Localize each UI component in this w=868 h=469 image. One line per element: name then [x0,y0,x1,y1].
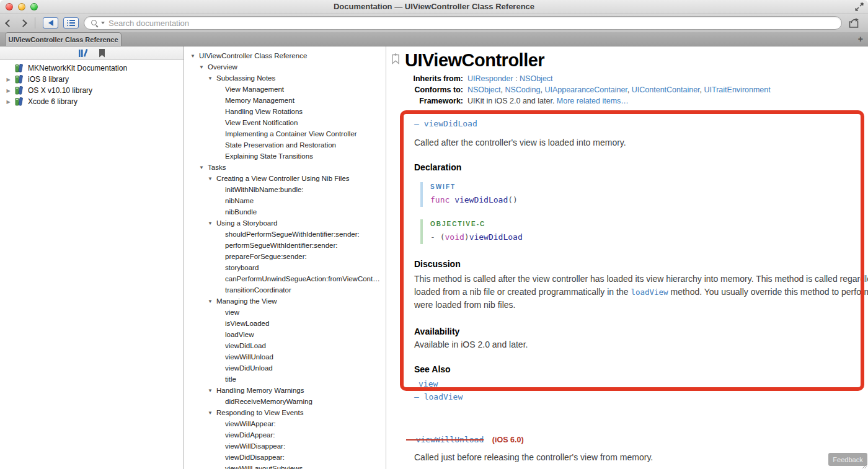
toolbar-separator [35,17,35,28]
toc-item[interactable]: ▼isViewLoaded [184,318,386,329]
toc-item-label: isViewLoaded [225,320,269,327]
inherits-from-value[interactable]: UIResponder : NSObject [463,73,553,84]
toc-item[interactable]: ▼State Preservation and Restoration [184,139,386,151]
toc-item[interactable]: ▼viewDidAppear: [184,429,386,441]
title-bar: Documentation — UIViewController Class R… [0,0,868,14]
disclosure-triangle-icon[interactable]: ▼ [199,64,208,70]
toc-item[interactable]: ▼Handling View Rotations [184,106,386,117]
toc-item-label: viewDidAppear: [225,431,275,439]
toc-item[interactable]: ▼Explaining State Transitions [184,151,386,162]
swift-label: SWIFT [430,183,868,190]
toc-item[interactable]: ▼UIViewController Class Reference [184,50,386,61]
toc-item[interactable]: ▼loadView [184,329,386,340]
main-area: ▶ MKNetworkKit Documentation▶ iOS 8 libr… [0,46,868,469]
search-input[interactable] [108,19,835,28]
toc-item[interactable]: ▼shouldPerformSegueWithIdentifier:sender… [184,229,386,240]
toc-item-label: Explaining State Transitions [225,152,313,160]
method-link-viewwillunload[interactable]: – viewWillUnload [406,435,484,444]
disclosure-triangle-icon[interactable]: ▼ [208,221,216,226]
toc-item-label: canPerformUnwindSegueAction:fromViewCont… [225,275,380,283]
toc-item[interactable]: ▼performSegueWithIdentifier:sender: [184,240,386,251]
fullscreen-icon[interactable] [854,2,864,12]
toc-item[interactable]: ▼viewWillAppear: [184,418,386,429]
tab-bar: UIViewController Class Reference + [0,32,868,46]
list-icon [67,20,75,26]
toc-item[interactable]: ▼title [184,374,386,385]
resize-grip-icon[interactable] [861,462,867,469]
toc-item-label: viewDidUnload [225,364,273,372]
toc-item[interactable]: ▼viewDidDisappear: [184,452,386,463]
toc-item[interactable]: ▼viewWillLayoutSubviews [184,463,386,469]
toc-item[interactable]: ▼Managing the View [184,296,386,307]
toc-item-label: Memory Management [225,97,294,104]
toc-item[interactable]: ▼Memory Management [184,95,386,106]
toc-item[interactable]: ▼nibBundle [184,206,386,217]
toc-item[interactable]: ▼canPerformUnwindSegueAction:fromViewCon… [184,273,386,284]
deprecation-badge: (iOS 6.0) [492,436,524,444]
toc-item[interactable]: ▼viewDidUnload [184,362,386,374]
share-button[interactable] [847,17,862,29]
disclosure-triangle-icon[interactable]: ▶ [5,88,12,94]
toc-item-label: performSegueWithIdentifier:sender: [225,242,338,249]
toc-item-label: Handling Memory Warnings [216,387,304,394]
toc-item[interactable]: ▼Tasks [184,162,386,173]
navigator-toggle-button[interactable] [43,17,58,28]
disclosure-triangle-icon[interactable]: ▼ [208,299,216,304]
sidebar-library-item[interactable]: ▶ OS X v10.10 library [0,85,184,96]
toc-tree: ▼UIViewController Class Reference▼Overvi… [184,50,386,469]
toc-item-label: Handling View Rotations [225,108,303,115]
discussion-heading: Discussion [414,259,868,269]
table-of-contents-button[interactable] [63,17,79,28]
toc-item-label: Using a Storyboard [216,219,277,227]
conforms-to-value[interactable]: NSObject, NSCoding, UIAppearanceContaine… [463,84,771,95]
toc-item[interactable]: ▼viewWillUnload [184,351,386,362]
search-field[interactable] [84,16,842,30]
toc-item[interactable]: ▼Using a Storyboard [184,217,386,229]
disclosure-triangle-icon[interactable]: ▼ [208,76,216,81]
framework-value[interactable]: UIKit in iOS 2.0 and later. More related… [463,95,629,107]
back-button[interactable] [5,19,13,27]
add-bookmark-icon[interactable] [391,53,400,64]
toc-item[interactable]: ▼Subclassing Notes [184,72,386,84]
sidebar-library-item[interactable]: ▶ Xcode 6 library [0,96,184,107]
disclosure-triangle-icon[interactable]: ▼ [208,176,216,182]
toc-item-label: initWithNibName:bundle: [225,186,304,193]
toc-item[interactable]: ▼Overview [184,61,386,72]
disclosure-triangle-icon[interactable]: ▼ [199,165,208,170]
bookmark-icon[interactable] [99,49,105,58]
method-section-viewwillunload: – viewWillUnload (iOS 6.0) Called just b… [406,435,868,462]
disclosure-triangle-icon[interactable]: ▼ [208,410,216,416]
toc-item[interactable]: ▼viewWillDisappear: [184,441,386,452]
toc-item[interactable]: ▼transitionCoordinator [184,284,386,296]
toc-item[interactable]: ▼View Event Notification [184,117,386,128]
toc-item[interactable]: ▼storyboard [184,262,386,273]
see-also-link-loadview[interactable]: – loadView [414,392,868,401]
disclosure-triangle-icon[interactable]: ▶ [5,99,12,105]
toc-item[interactable]: ▼prepareForSegue:sender: [184,251,386,262]
disclosure-triangle-icon[interactable]: ▶ [5,77,12,82]
library-icon[interactable] [78,49,89,58]
method-link-viewdidload[interactable]: – viewDidLoad [414,119,868,128]
toc-item-label: shouldPerformSegueWithIdentifier:sender: [225,230,360,238]
toc-item[interactable]: ▼Handling Memory Warnings [184,385,386,396]
toc-item[interactable]: ▼nibName [184,195,386,206]
tab-uiviewcontroller[interactable]: UIViewController Class Reference [5,32,122,46]
see-also-link-view[interactable]: view [414,379,868,388]
toc-item[interactable]: ▼didReceiveMemoryWarning [184,396,386,407]
toc-item[interactable]: ▼Responding to View Events [184,407,386,418]
sidebar-library-item[interactable]: ▶ MKNetworkKit Documentation [0,63,184,74]
forward-button[interactable] [19,19,27,27]
new-tab-button[interactable]: + [858,34,863,44]
toc-item[interactable]: ▼viewDidLoad [184,340,386,351]
search-icon [91,19,99,27]
search-scope-caret-icon[interactable] [101,22,105,24]
declaration-heading: Declaration [414,162,868,172]
disclosure-triangle-icon[interactable]: ▼ [190,53,199,59]
disclosure-triangle-icon[interactable]: ▼ [208,388,216,393]
toc-item[interactable]: ▼Implementing a Container View Controlle… [184,128,386,139]
toc-item[interactable]: ▼initWithNibName:bundle: [184,184,386,195]
toc-item[interactable]: ▼Creating a View Controller Using Nib Fi… [184,173,386,184]
toc-item[interactable]: ▼View Management [184,84,386,95]
toc-item[interactable]: ▼view [184,307,386,318]
sidebar-library-item[interactable]: ▶ iOS 8 library [0,74,184,85]
